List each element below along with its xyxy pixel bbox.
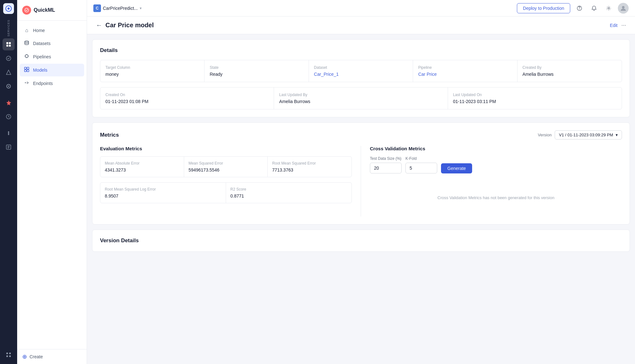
- svg-point-26: [622, 6, 625, 9]
- sidebar-item-datasets-label: Datasets: [33, 41, 50, 46]
- metrics-title: Metrics: [100, 132, 119, 138]
- created-on-label: Created On: [105, 93, 269, 97]
- icon-bar-grid-icon[interactable]: [3, 349, 15, 361]
- generate-button[interactable]: Generate: [441, 163, 472, 173]
- r2-value: 0.8771: [231, 193, 347, 198]
- notifications-button[interactable]: [589, 3, 599, 14]
- created-by-label: Created By: [523, 65, 617, 70]
- dataset-label: Dataset: [314, 65, 408, 70]
- sidebar-nav: ⌂ Home Datasets Pipelines Models Endpo: [17, 21, 87, 349]
- details-title: Details: [100, 47, 622, 54]
- metrics-section: Metrics Version V1 / 01-11-2023 03:09:29…: [92, 122, 630, 224]
- svg-point-7: [8, 86, 9, 87]
- cross-val-title: Cross Validation Metrics: [370, 146, 622, 151]
- kfold-group: K-Fold: [405, 156, 437, 173]
- models-icon: [23, 67, 30, 73]
- sidebar-bottom: ⊕ Create: [17, 349, 87, 364]
- cross-val-fields: Test Data Size (%) K-Fold Generate: [370, 156, 622, 173]
- mse-value: 59496173.5546: [189, 167, 263, 172]
- icon-bar-item-2[interactable]: [3, 52, 15, 64]
- icon-bar-item-5[interactable]: [3, 97, 15, 109]
- sidebar-item-datasets[interactable]: Datasets: [20, 37, 84, 50]
- sidebar-item-pipelines[interactable]: Pipelines: [20, 50, 84, 63]
- icon-bar-item-7[interactable]: [3, 127, 15, 139]
- more-options-button[interactable]: ···: [621, 22, 626, 29]
- sidebar-logo: QuickML: [17, 0, 87, 21]
- edit-button[interactable]: Edit: [610, 23, 618, 28]
- metrics-header: Metrics Version V1 / 01-11-2023 03:09:29…: [100, 130, 622, 140]
- details-section: Details Target Column money State Ready …: [92, 39, 630, 117]
- eval-metrics-title: Evaluation Metrics: [100, 146, 352, 151]
- last-updated-on-label: Last Updated On: [453, 93, 617, 97]
- dataset-value[interactable]: Car_Price_1: [314, 72, 408, 77]
- project-icon: C: [93, 4, 101, 12]
- svg-rect-3: [6, 45, 8, 47]
- created-on-value: 01-11-2023 01:08 PM: [105, 99, 269, 104]
- settings-button[interactable]: [603, 3, 614, 14]
- svg-rect-2: [9, 42, 11, 44]
- icon-bar-item-8[interactable]: [3, 141, 15, 153]
- create-plus-icon: ⊕: [22, 353, 27, 360]
- version-details-title: Version Details: [100, 237, 622, 244]
- datasets-icon: [23, 40, 30, 47]
- page-title: Car Price model: [105, 22, 154, 29]
- services-label: Services: [7, 20, 10, 36]
- rmsle-label: Root Mean Squared Log Error: [105, 187, 221, 192]
- detail-pipeline: Pipeline Car Price: [413, 60, 517, 82]
- sidebar-item-home-label: Home: [33, 28, 45, 33]
- icon-bar-item-6[interactable]: [3, 111, 15, 123]
- eval-mae: Mean Absolute Error 4341.3273: [100, 157, 184, 177]
- pipeline-value[interactable]: Car Price: [418, 72, 512, 77]
- svg-rect-4: [9, 45, 11, 47]
- user-avatar[interactable]: [618, 3, 629, 14]
- deploy-to-production-button[interactable]: Deploy to Production: [517, 3, 570, 13]
- sidebar-item-home[interactable]: ⌂ Home: [20, 24, 84, 36]
- test-data-size-input[interactable]: [370, 163, 402, 173]
- target-column-value: money: [105, 72, 199, 77]
- icon-bar: Services: [0, 0, 17, 364]
- rmse-label: Root Mean Squared Error: [272, 161, 347, 166]
- quickml-logo-icon: [22, 6, 31, 15]
- sidebar-logo-text: QuickML: [34, 7, 55, 13]
- svg-point-9: [8, 131, 9, 133]
- sidebar-item-pipelines-label: Pipelines: [33, 54, 51, 59]
- svg-rect-22: [24, 70, 26, 72]
- eval-rmse: Root Mean Squared Error 7713.3763: [268, 157, 351, 177]
- svg-point-11: [8, 134, 9, 135]
- sidebar-item-models[interactable]: Models: [20, 64, 84, 76]
- mse-label: Mean Squared Error: [189, 161, 263, 166]
- version-selector: Version V1 / 01-11-2023 03:09:29 PM ▾: [538, 130, 622, 140]
- mae-value: 4341.3273: [105, 167, 179, 172]
- svg-rect-16: [9, 355, 11, 357]
- details-grid-2: Created On 01-11-2023 01:08 PM Last Upda…: [100, 87, 622, 109]
- help-button[interactable]: [574, 3, 585, 14]
- create-button[interactable]: ⊕ Create: [22, 353, 82, 360]
- svg-point-25: [608, 7, 610, 9]
- icon-bar-item-3[interactable]: [3, 66, 15, 78]
- eval-rmsle: Root Mean Squared Log Error 8.9507: [100, 183, 226, 203]
- version-dropdown[interactable]: V1 / 01-11-2023 03:09:29 PM ▾: [555, 130, 622, 140]
- test-data-size-label: Test Data Size (%): [370, 156, 402, 161]
- icon-bar-item-1[interactable]: [3, 38, 15, 50]
- eval-r2: R2 Score 0.8771: [226, 183, 352, 203]
- project-selector[interactable]: C CarPricePredict... ▾: [93, 4, 142, 12]
- app-logo-icon[interactable]: [3, 3, 14, 14]
- svg-rect-14: [9, 353, 11, 354]
- svg-point-10: [8, 133, 9, 134]
- eval-mse: Mean Squared Error 59496173.5546: [184, 157, 268, 177]
- back-button[interactable]: ←: [96, 22, 102, 29]
- create-label: Create: [30, 354, 43, 359]
- detail-target-column: Target Column money: [100, 60, 204, 82]
- sidebar-item-endpoints-label: Endpoints: [33, 81, 53, 86]
- last-updated-on-value: 01-11-2023 03:11 PM: [453, 99, 617, 104]
- rmsle-value: 8.9507: [105, 193, 221, 198]
- last-updated-by-label: Last Updated By: [279, 93, 442, 97]
- icon-bar-item-4[interactable]: [3, 80, 15, 92]
- eval-metrics-grid-1: Mean Absolute Error 4341.3273 Mean Squar…: [100, 156, 352, 177]
- sidebar-item-endpoints[interactable]: Endpoints: [20, 77, 84, 90]
- detail-created-on: Created On 01-11-2023 01:08 PM: [100, 88, 274, 109]
- cross-validation-metrics-panel: Cross Validation Metrics Test Data Size …: [361, 146, 622, 217]
- state-value: Ready: [210, 72, 303, 77]
- kfold-input[interactable]: [405, 163, 437, 173]
- icon-bar-bottom: [3, 349, 15, 361]
